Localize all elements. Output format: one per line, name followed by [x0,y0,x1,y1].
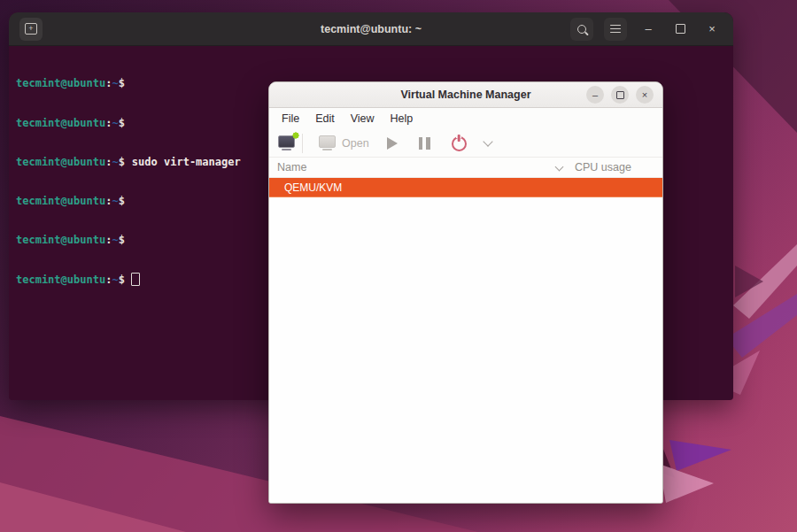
open-monitor-icon [319,135,336,148]
new-vm-monitor-icon [278,135,295,148]
maximize-icon [676,24,685,34]
menu-view[interactable]: View [343,110,383,127]
vmm-maximize-button[interactable] [611,86,629,104]
shutdown-dropdown-button[interactable] [477,141,491,145]
play-icon [387,137,398,150]
terminal-minimize-button[interactable]: – [638,19,659,40]
connection-row-qemu-kvm[interactable]: QEMU/KVM [269,178,662,197]
menu-help[interactable]: Help [383,110,422,127]
column-header-name[interactable]: Name [277,161,556,173]
chevron-down-icon [483,136,492,146]
search-button[interactable] [570,18,593,41]
open-button-label: Open [342,137,369,150]
shutdown-vm-button[interactable] [441,135,477,151]
connection-name-label: QEMU/KVM [284,181,342,194]
menu-edit[interactable]: Edit [307,110,343,127]
menu-file[interactable]: File [274,110,307,127]
run-vm-button[interactable] [376,137,408,150]
vmm-window: Virtual Machine Manager – × File Edit Vi… [268,81,663,504]
terminal-titlebar[interactable]: + tecmint@ubuntu: ~ – × [9,12,733,46]
hamburger-menu-icon [610,25,621,34]
terminal-header-actions: – × [570,18,723,41]
new-vm-button[interactable] [278,135,295,151]
column-header-cpu-usage[interactable]: CPU usage [575,161,662,173]
menu-button[interactable] [604,18,627,41]
vmm-minimize-button[interactable]: – [586,86,604,104]
sort-chevron-icon[interactable] [555,162,564,171]
typed-command: sudo virt-manager [125,156,241,168]
new-tab-icon: + [25,23,37,35]
vmm-titlebar[interactable]: Virtual Machine Manager – × [269,82,662,108]
maximize-icon [616,91,624,99]
terminal-close-button[interactable]: × [701,19,723,40]
new-tab-button[interactable]: + [19,18,43,41]
vmm-close-button[interactable]: × [636,86,654,104]
vm-list-header: Name CPU usage [269,158,662,178]
vmm-menubar: File Edit View Help [269,108,662,129]
new-vm-star-icon [291,131,300,140]
terminal-maximize-button[interactable] [669,19,691,40]
vmm-toolbar: Open [269,129,662,158]
vmm-window-controls: – × [586,86,662,104]
search-icon [577,25,586,34]
terminal-cursor [131,273,140,286]
open-button[interactable]: Open [312,135,376,151]
power-icon [452,136,467,151]
vm-list-empty-area[interactable] [269,197,662,503]
pause-vm-button[interactable] [408,137,441,150]
toolbar-separator [302,134,303,153]
pause-icon [419,137,430,150]
